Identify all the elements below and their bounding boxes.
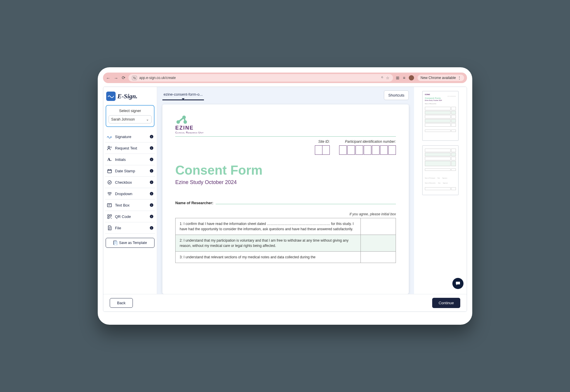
info-icon[interactable]: i [150, 146, 153, 150]
page-thumbnails: EZINE ▭▭ ▭▭▭▭▭ Consent Form Ezine Study … [414, 87, 467, 294]
researcher-line [216, 204, 396, 204]
chat-launcher-button[interactable] [452, 278, 463, 289]
ezine-mark-icon [175, 115, 188, 124]
tool-request-text[interactable]: Request Text i [105, 142, 155, 154]
document-title: Consent Form [175, 163, 396, 178]
info-icon[interactable]: i [150, 203, 153, 207]
translate-icon[interactable]: ᴳ [381, 76, 383, 80]
doc-logo: EZINE Clinical Research Unit [175, 115, 396, 134]
signer-panel-label: Select signer [109, 109, 152, 113]
info-icon[interactable]: i [150, 226, 153, 230]
extensions-icon[interactable]: ⊞ [396, 75, 399, 80]
consent-table: 1: I confirm that I have read the inform… [175, 218, 396, 263]
tool-dropdown[interactable]: Dropdown i [105, 188, 155, 200]
tool-text-box[interactable]: Text Box i [105, 200, 155, 211]
chrome-update-pill[interactable]: New Chrome available ⋮ [418, 75, 464, 81]
tool-signature[interactable]: Signature i [105, 131, 155, 142]
table-row: 1: I confirm that I have read the inform… [176, 218, 396, 235]
participant-id-boxes [339, 145, 396, 155]
nav-back-icon[interactable]: ← [106, 75, 110, 80]
app-logo: E-Sign. [105, 90, 155, 105]
tool-file[interactable]: File i [105, 222, 155, 234]
info-icon[interactable]: i [150, 169, 153, 173]
initials-icon: A. [107, 157, 112, 162]
info-icon[interactable]: i [150, 158, 153, 161]
sidebar: E-Sign. Select signer Sarah Johnson ⌄ Si… [103, 87, 157, 294]
info-icon[interactable]: i [150, 192, 153, 195]
nav-reload-icon[interactable]: ⟳ [122, 75, 126, 80]
chevron-down-icon: ⌄ [146, 117, 149, 121]
signer-select[interactable]: Sarah Johnson ⌄ [109, 115, 152, 123]
calendar-icon [107, 168, 112, 173]
qr-code-icon [107, 214, 112, 219]
tool-initials[interactable]: A.Initials i [105, 154, 155, 165]
document-area: ezine-consent-form-o... Shortcuts EZ [157, 87, 414, 294]
file-icon [107, 225, 112, 231]
url-text: app.e-sign.co.uk/create [139, 76, 176, 80]
svg-rect-7 [110, 217, 111, 218]
svg-point-2 [108, 180, 111, 184]
svg-rect-4 [108, 215, 109, 216]
researcher-label: Name of Researcher: [175, 201, 213, 205]
tool-date-stamp[interactable]: Date Stamp i [105, 165, 155, 177]
reading-list-icon[interactable]: ≡ [403, 75, 405, 80]
site-id-label: Site ID: [315, 140, 330, 144]
tool-qr-code[interactable]: QR Code i [105, 211, 155, 222]
app-footer: Back Continue [103, 294, 467, 312]
bookmark-icon[interactable]: ☆ [386, 76, 389, 80]
nav-forward-icon[interactable]: → [114, 75, 118, 80]
continue-button[interactable]: Continue [432, 298, 460, 308]
save-as-template-button[interactable]: Save as Template [106, 238, 154, 248]
document-tab[interactable]: ezine-consent-form-o... [162, 90, 204, 100]
profile-avatar[interactable] [409, 75, 414, 80]
person-icon [107, 145, 112, 151]
page-thumbnail-2[interactable]: Name of ParticipantDateSignature Name of… [422, 145, 459, 195]
tool-list: Signature i Request Text i A.Initials i … [105, 131, 155, 234]
logo-text: E-Sign. [117, 92, 138, 100]
chat-icon [455, 281, 461, 286]
template-icon [113, 240, 117, 245]
svg-rect-1 [108, 170, 111, 173]
table-row: 2: I understand that my participation is… [176, 235, 396, 252]
site-info-icon[interactable]: ⇆ [132, 76, 137, 80]
signature-icon [107, 134, 112, 139]
page-thumbnail-1[interactable]: EZINE ▭▭ ▭▭▭▭▭ Consent Form Ezine Study … [422, 91, 459, 141]
url-bar[interactable]: ⇆ app.e-sign.co.uk/create ᴳ ☆ [128, 74, 393, 82]
text-box-icon [107, 202, 112, 208]
site-id-boxes [315, 145, 330, 155]
browser-toolbar: ← → ⟳ ⇆ app.e-sign.co.uk/create ᴳ ☆ ⊞ ≡ … [103, 73, 467, 83]
signer-panel: Select signer Sarah Johnson ⌄ [106, 105, 154, 127]
dropdown-icon [107, 191, 112, 196]
document-subtitle: Ezine Study October 2024 [175, 179, 396, 185]
agree-hint: If you agree, please initial box [175, 212, 396, 216]
kebab-icon: ⋮ [458, 76, 461, 80]
participant-id-label: Participant identification number: [339, 140, 396, 144]
svg-rect-5 [110, 215, 111, 216]
table-row: 3: I understand that relevant sections o… [176, 252, 396, 263]
document-page[interactable]: EZINE Clinical Research Unit Site ID: [162, 104, 409, 294]
info-icon[interactable]: i [150, 215, 153, 218]
shortcuts-button[interactable]: Shortcuts [384, 90, 409, 100]
checkbox-icon [107, 180, 112, 185]
svg-rect-6 [108, 217, 109, 219]
tool-checkbox[interactable]: Checkbox i [105, 177, 155, 188]
info-icon[interactable]: i [150, 135, 153, 138]
logo-mark-icon [106, 92, 116, 101]
svg-rect-8 [111, 218, 111, 219]
back-button[interactable]: Back [110, 298, 133, 308]
svg-point-0 [108, 146, 110, 148]
info-icon[interactable]: i [150, 180, 153, 184]
